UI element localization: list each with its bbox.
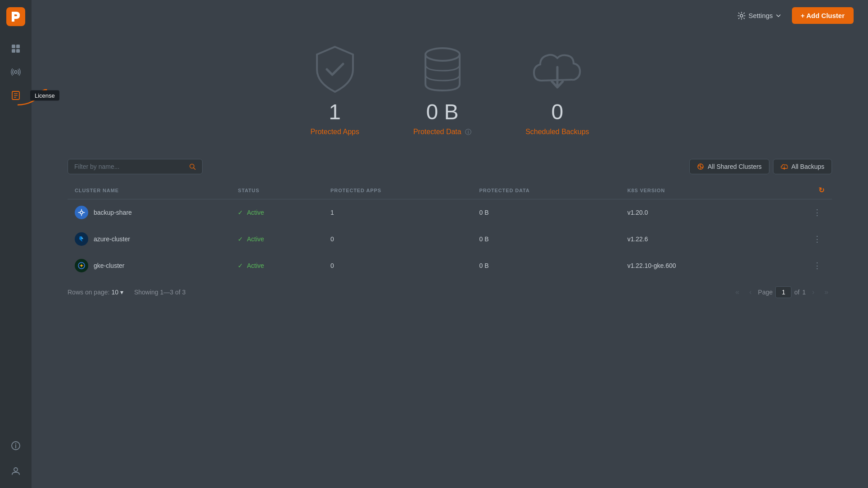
- col-k8s-version: K8S VERSION: [620, 181, 764, 199]
- svg-point-12: [15, 443, 16, 444]
- svg-point-15: [425, 48, 460, 61]
- check-icon: ✓: [238, 209, 243, 216]
- settings-icon: [737, 12, 746, 20]
- filter-actions: All Shared Clusters All Backups: [689, 159, 832, 174]
- table-row: azure-cluster ✓ Active 0 0 B v1.22.6 ⋮: [68, 226, 832, 253]
- cluster-table: CLUSTER NAME STATUS PROTECTED APPS PROTE…: [68, 181, 832, 279]
- prev-page-button[interactable]: ‹: [746, 286, 755, 298]
- pagination: Rows on page: 10 ▾ Showing 1—3 of 3 « ‹ …: [68, 279, 832, 305]
- svg-line-17: [194, 168, 195, 170]
- shield-icon: [312, 45, 357, 94]
- filter-input[interactable]: [74, 163, 185, 170]
- protected-data-label: Protected Data ⓘ: [413, 128, 471, 136]
- status-active: ✓ Active: [238, 262, 316, 269]
- table-row: gke-cluster ✓ Active 0 0 B v1.22.10-gke.…: [68, 253, 832, 279]
- table-row: backup-share ✓ Active 1 0 B v1.20.0 ⋮: [68, 199, 832, 226]
- svg-rect-2: [16, 45, 20, 48]
- col-status: STATUS: [231, 181, 323, 199]
- row-more-button[interactable]: ⋮: [809, 232, 825, 246]
- protected-data-number: 0 B: [426, 99, 459, 124]
- check-icon: ✓: [238, 235, 243, 243]
- k8s-version-val: v1.22.10-gke.600: [620, 253, 764, 279]
- svg-point-13: [14, 468, 18, 471]
- row-more-button[interactable]: ⋮: [809, 206, 825, 219]
- cluster-name-backup-share: backup-share: [94, 209, 132, 216]
- status-active: ✓ Active: [238, 235, 316, 243]
- refresh-icon[interactable]: ↻: [818, 186, 825, 194]
- chevron-down-icon: [776, 13, 781, 18]
- row-more-button[interactable]: ⋮: [809, 259, 825, 272]
- k8s-version-val: v1.22.6: [620, 226, 764, 253]
- protected-data-val: 0 B: [472, 226, 620, 253]
- status-active: ✓ Active: [238, 209, 316, 216]
- protected-apps-number: 1: [329, 99, 341, 124]
- first-page-button[interactable]: «: [732, 286, 743, 298]
- svg-rect-1: [12, 45, 15, 48]
- last-page-button[interactable]: »: [821, 286, 832, 298]
- cluster-icon-azure: [75, 232, 88, 246]
- header: Settings + Add Cluster: [32, 0, 868, 31]
- protected-apps-val: 1: [323, 199, 472, 226]
- add-cluster-button[interactable]: + Add Cluster: [792, 7, 854, 24]
- filter-input-wrap[interactable]: [68, 159, 203, 174]
- database-icon: [420, 45, 465, 94]
- rows-per-page-dropdown[interactable]: 10 ▾: [111, 289, 123, 296]
- svg-point-23: [81, 265, 82, 267]
- svg-point-14: [740, 14, 743, 17]
- scheduled-backups-label: Scheduled Backups: [525, 128, 589, 136]
- stat-protected-apps: 1 Protected Apps: [310, 45, 359, 136]
- svg-point-5: [14, 71, 17, 73]
- settings-button[interactable]: Settings: [732, 8, 786, 23]
- protected-data-val: 0 B: [472, 199, 620, 226]
- protected-apps-label: Protected Apps: [310, 128, 359, 136]
- backups-icon: [781, 163, 788, 170]
- col-cluster-name: CLUSTER NAME: [68, 181, 231, 199]
- sidebar-item-license[interactable]: License: [6, 86, 26, 105]
- cluster-name-azure: azure-cluster: [94, 235, 130, 243]
- filter-bar: All Shared Clusters All Backups: [68, 159, 832, 174]
- col-protected-apps: PROTECTED APPS: [323, 181, 472, 199]
- svg-rect-4: [16, 49, 20, 53]
- sidebar-item-grid[interactable]: [6, 39, 26, 59]
- protected-apps-val: 0: [323, 253, 472, 279]
- page-number-input[interactable]: [775, 286, 791, 298]
- next-page-button[interactable]: ›: [809, 286, 818, 298]
- stat-protected-data: 0 B Protected Data ⓘ: [413, 45, 471, 136]
- sidebar-item-info[interactable]: [6, 436, 26, 456]
- table-section: All Shared Clusters All Backups CLUSTER …: [32, 159, 868, 305]
- sidebar: License: [0, 0, 32, 488]
- shared-clusters-icon: [697, 163, 704, 170]
- sidebar-item-user[interactable]: [6, 461, 26, 481]
- stats-section: 1 Protected Apps 0 B Protected Data ⓘ: [32, 31, 868, 159]
- cluster-icon-backup-share: [75, 206, 88, 219]
- all-backups-button[interactable]: All Backups: [773, 159, 832, 174]
- cloud-icon: [530, 45, 584, 94]
- showing-text: Showing 1—3 of 3: [134, 289, 185, 296]
- search-icon: [189, 163, 196, 170]
- page-controls: « ‹ Page of 1 › »: [732, 286, 832, 298]
- cluster-name-gke: gke-cluster: [94, 262, 124, 269]
- svg-rect-3: [12, 49, 15, 53]
- col-protected-data: PROTECTED DATA: [472, 181, 620, 199]
- cluster-icon-gke: [75, 259, 88, 272]
- k8s-version-val: v1.20.0: [620, 199, 764, 226]
- check-icon: ✓: [238, 262, 243, 269]
- protected-apps-val: 0: [323, 226, 472, 253]
- all-shared-clusters-button[interactable]: All Shared Clusters: [689, 159, 769, 174]
- scheduled-backups-number: 0: [551, 99, 563, 124]
- stat-scheduled-backups: 0 Scheduled Backups: [525, 45, 589, 136]
- main-content: Settings + Add Cluster 1 Protected Apps: [32, 0, 868, 488]
- app-logo[interactable]: [6, 7, 25, 26]
- protected-data-val: 0 B: [472, 253, 620, 279]
- sidebar-item-antenna[interactable]: [6, 62, 26, 82]
- license-tooltip: License: [30, 90, 59, 101]
- col-actions: ↻: [764, 181, 832, 199]
- rows-per-page: Rows on page: 10 ▾: [68, 289, 123, 296]
